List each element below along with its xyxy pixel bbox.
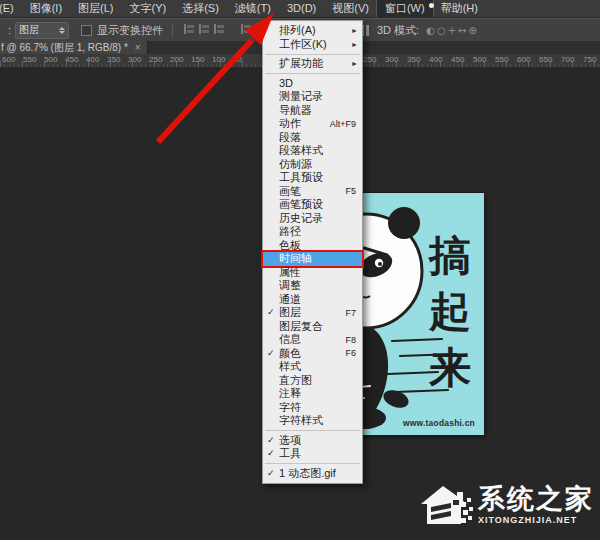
menubar-item[interactable]: 滤镜(T) xyxy=(227,0,279,18)
menubar-item[interactable]: 帮助(H) xyxy=(433,0,486,18)
align-bottom-edges-icon[interactable] xyxy=(214,24,225,34)
menu-item-shortcut: F7 xyxy=(345,308,356,318)
ruler-label: 500 xyxy=(44,55,57,64)
menu-item[interactable]: 画笔F5 xyxy=(263,185,362,199)
ruler-label: 450 xyxy=(65,55,78,64)
menubar-item[interactable]: 图像(I) xyxy=(22,0,70,18)
menu-separator xyxy=(265,73,360,74)
menu-item[interactable]: ✓图层F7 xyxy=(263,306,362,320)
ruler-label: 250 xyxy=(149,55,162,64)
ruler-label: 300 xyxy=(128,55,141,64)
roll-3d-camera-icon[interactable]: ○ xyxy=(437,25,446,36)
checkmark-icon: ✓ xyxy=(267,347,279,360)
3d-mode-label: 3D 模式: xyxy=(377,23,419,38)
slide-3d-camera-icon[interactable]: ↔ xyxy=(458,25,466,36)
align-vertical-centers-icon[interactable] xyxy=(199,24,210,34)
watermark-title: 系统之家 xyxy=(478,485,594,513)
menu-item[interactable]: 通道 xyxy=(263,293,362,307)
menu-item-shortcut: Alt+F9 xyxy=(330,119,356,129)
menubar-item[interactable]: 编辑(E) xyxy=(0,0,22,18)
menu-item[interactable]: 排列(A)► xyxy=(263,24,362,38)
menu-item-label: 工作区(K) xyxy=(279,37,351,52)
checkmark-icon: ✓ xyxy=(267,447,279,460)
menu-item[interactable]: 色板 xyxy=(263,239,362,253)
menu-item[interactable]: 样式 xyxy=(263,360,362,374)
ruler-label: 200 xyxy=(170,55,183,64)
submenu-arrow-icon: ► xyxy=(351,27,358,34)
ruler-label: 400 xyxy=(86,55,99,64)
menubar-item[interactable]: 图层(L) xyxy=(70,0,121,18)
menu-item[interactable]: 路径 xyxy=(263,225,362,239)
menu-item[interactable]: ✓工具 xyxy=(263,447,362,461)
document-tab[interactable]: f @ 66.7% (图层 1, RGB/8) * × xyxy=(0,41,148,54)
ruler-label: 400 xyxy=(429,55,442,64)
show-transform-checkbox[interactable] xyxy=(81,25,92,36)
menu-item[interactable]: 工具预设 xyxy=(263,171,362,185)
menu-separator xyxy=(265,54,360,55)
menu-item[interactable]: 属性 xyxy=(263,266,362,280)
menu-item-shortcut: F5 xyxy=(345,186,356,196)
checkmark-icon: ✓ xyxy=(267,306,279,319)
dropdown-arrows-icon xyxy=(59,27,65,34)
ruler-label: 650 xyxy=(539,55,552,64)
menu-item[interactable]: 导航器 xyxy=(263,104,362,118)
menubar-item[interactable]: 3D(D) xyxy=(279,0,324,17)
menu-item-label: 扩展功能 xyxy=(279,56,351,71)
photoshop-window: 编辑(E)图像(I)图层(L)文字(Y)选择(S)滤镜(T)3D(D)视图(V)… xyxy=(0,0,600,540)
auto-select-dropdown[interactable]: 图层 xyxy=(15,22,69,39)
menu-item-label: 字符样式 xyxy=(279,413,358,428)
menu-item[interactable]: 历史记录 xyxy=(263,212,362,226)
align-top-edges-icon[interactable] xyxy=(184,24,195,34)
menubar-item[interactable]: 窗口(W) xyxy=(377,0,433,18)
menu-item[interactable]: 字符 xyxy=(263,401,362,415)
menubar-item[interactable]: 视图(V) xyxy=(324,0,377,18)
zoom-3d-camera-icon[interactable]: ⊕ xyxy=(468,25,476,36)
ruler-label: 450 xyxy=(451,55,464,64)
menu-bar: 编辑(E)图像(I)图层(L)文字(Y)选择(S)滤镜(T)3D(D)视图(V)… xyxy=(0,0,600,18)
close-tab-icon[interactable]: × xyxy=(135,43,141,53)
ruler-label: 100 xyxy=(212,55,225,64)
menu-item[interactable]: 直方图 xyxy=(263,374,362,388)
menu-item[interactable]: 段落 xyxy=(263,131,362,145)
document-tab-title: f @ 66.7% (图层 1, RGB/8) * xyxy=(1,41,128,55)
menu-item[interactable]: 动作Alt+F9 xyxy=(263,117,362,131)
menu-item[interactable]: ✓颜色F6 xyxy=(263,347,362,361)
menu-item[interactable]: 段落样式 xyxy=(263,144,362,158)
pan-3d-camera-icon[interactable]: + xyxy=(448,25,456,36)
menu-item[interactable]: 仿制源 xyxy=(263,158,362,172)
ruler-label: 250 xyxy=(363,55,376,64)
align-left-edges-icon[interactable] xyxy=(241,24,252,34)
rotate-3d-camera-icon[interactable]: ◐ xyxy=(426,25,435,36)
ruler-label: 300 xyxy=(385,55,398,64)
menu-item[interactable]: 测量记录 xyxy=(263,90,362,104)
ruler-label: 50 xyxy=(233,55,242,64)
ruler-label: 600 xyxy=(2,55,15,64)
menu-item-shortcut: F8 xyxy=(345,335,356,345)
menu-separator xyxy=(265,463,360,464)
ruler-label: 350 xyxy=(407,55,420,64)
window-menu-dropdown: 排列(A)►工作区(K)►扩展功能►3D测量记录导航器动作Alt+F9段落段落样… xyxy=(262,20,363,484)
menu-item[interactable]: 时间轴 xyxy=(263,252,362,266)
menu-item[interactable]: 图层复合 xyxy=(263,320,362,334)
toolbar-divider xyxy=(172,23,173,37)
menu-item[interactable]: 工作区(K)► xyxy=(263,38,362,52)
menu-item[interactable]: 注释 xyxy=(263,387,362,401)
menubar-item[interactable]: 文字(Y) xyxy=(122,0,175,18)
checkmark-icon: ✓ xyxy=(267,467,279,480)
menu-separator xyxy=(265,430,360,431)
xitongzhijia-logo-icon xyxy=(417,478,475,532)
slogan-character: 起 xyxy=(429,291,471,333)
screen-dot xyxy=(429,3,434,8)
ruler-label: 350 xyxy=(107,55,120,64)
menu-item[interactable]: 信息F8 xyxy=(263,333,362,347)
menu-item[interactable]: 画笔预设 xyxy=(263,198,362,212)
menubar-item[interactable]: 选择(S) xyxy=(174,0,227,18)
ruler-label: 550 xyxy=(495,55,508,64)
slogan-character: 搞 xyxy=(429,235,471,277)
menu-item[interactable]: 扩展功能► xyxy=(263,57,362,71)
menu-item[interactable]: ✓1 动态图.gif xyxy=(263,467,362,481)
menu-item[interactable]: 3D xyxy=(263,77,362,91)
menu-item[interactable]: 字符样式 xyxy=(263,414,362,428)
menu-item[interactable]: ✓选项 xyxy=(263,434,362,448)
menu-item[interactable]: 调整 xyxy=(263,279,362,293)
